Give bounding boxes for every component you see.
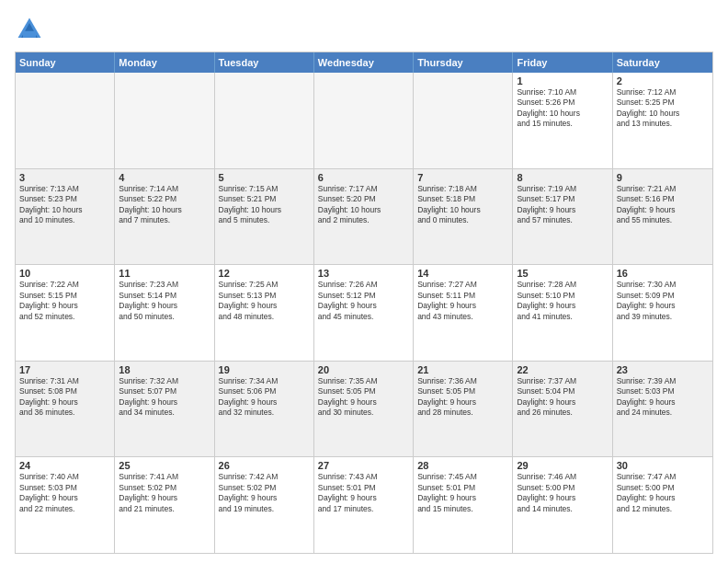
day-number: 17 [19, 364, 110, 375]
day-cell-29: 29Sunrise: 7:46 AM Sunset: 5:00 PM Dayli… [513, 457, 612, 553]
day-cell-20: 20Sunrise: 7:35 AM Sunset: 5:05 PM Dayli… [314, 362, 414, 457]
day-info: Sunrise: 7:41 AM Sunset: 5:02 PM Dayligh… [119, 472, 210, 514]
day-number: 20 [318, 364, 409, 375]
day-info: Sunrise: 7:22 AM Sunset: 5:15 PM Dayligh… [19, 280, 110, 322]
day-cell-1: 1Sunrise: 7:10 AM Sunset: 5:26 PM Daylig… [513, 73, 612, 168]
weekday-header-monday: Monday [115, 52, 214, 73]
day-info: Sunrise: 7:43 AM Sunset: 5:01 PM Dayligh… [318, 472, 409, 514]
day-number: 11 [119, 268, 210, 279]
day-info: Sunrise: 7:19 AM Sunset: 5:17 PM Dayligh… [517, 184, 608, 226]
calendar-row-1: 1Sunrise: 7:10 AM Sunset: 5:26 PM Daylig… [16, 73, 712, 168]
day-info: Sunrise: 7:25 AM Sunset: 5:13 PM Dayligh… [219, 280, 310, 322]
day-info: Sunrise: 7:45 AM Sunset: 5:01 PM Dayligh… [417, 472, 508, 514]
day-number: 5 [219, 172, 310, 183]
svg-rect-2 [23, 31, 36, 38]
day-info: Sunrise: 7:18 AM Sunset: 5:18 PM Dayligh… [417, 184, 508, 226]
logo-icon [15, 15, 44, 44]
day-info: Sunrise: 7:39 AM Sunset: 5:03 PM Dayligh… [617, 376, 709, 419]
day-cell-23: 23Sunrise: 7:39 AM Sunset: 5:03 PM Dayli… [613, 362, 712, 457]
day-info: Sunrise: 7:17 AM Sunset: 5:20 PM Dayligh… [318, 184, 409, 226]
day-number: 24 [19, 460, 110, 471]
day-cell-5: 5Sunrise: 7:15 AM Sunset: 5:21 PM Daylig… [215, 169, 314, 265]
day-info: Sunrise: 7:15 AM Sunset: 5:21 PM Dayligh… [219, 184, 310, 226]
day-cell-11: 11Sunrise: 7:23 AM Sunset: 5:14 PM Dayli… [115, 265, 214, 361]
calendar-row-3: 10Sunrise: 7:22 AM Sunset: 5:15 PM Dayli… [16, 264, 712, 361]
day-info: Sunrise: 7:28 AM Sunset: 5:10 PM Dayligh… [517, 280, 608, 322]
day-cell-2: 2Sunrise: 7:12 AM Sunset: 5:25 PM Daylig… [613, 73, 712, 168]
day-info: Sunrise: 7:21 AM Sunset: 5:16 PM Dayligh… [617, 184, 709, 226]
day-number: 18 [119, 364, 210, 375]
day-info: Sunrise: 7:35 AM Sunset: 5:05 PM Dayligh… [318, 376, 409, 419]
day-cell-22: 22Sunrise: 7:37 AM Sunset: 5:04 PM Dayli… [513, 362, 612, 457]
calendar: SundayMondayTuesdayWednesdayThursdayFrid… [15, 52, 713, 554]
empty-cell [115, 73, 214, 168]
empty-cell [215, 73, 314, 168]
empty-cell [414, 73, 513, 168]
day-cell-24: 24Sunrise: 7:40 AM Sunset: 5:03 PM Dayli… [16, 457, 115, 553]
weekday-header-saturday: Saturday [613, 52, 712, 73]
day-number: 9 [617, 172, 709, 183]
day-cell-25: 25Sunrise: 7:41 AM Sunset: 5:02 PM Dayli… [115, 457, 214, 553]
day-cell-16: 16Sunrise: 7:30 AM Sunset: 5:09 PM Dayli… [613, 265, 712, 361]
day-number: 19 [219, 364, 310, 375]
calendar-body: 1Sunrise: 7:10 AM Sunset: 5:26 PM Daylig… [16, 73, 712, 553]
day-cell-10: 10Sunrise: 7:22 AM Sunset: 5:15 PM Dayli… [16, 265, 115, 361]
day-number: 29 [517, 460, 608, 471]
day-info: Sunrise: 7:13 AM Sunset: 5:23 PM Dayligh… [19, 184, 110, 226]
day-number: 30 [617, 460, 709, 471]
logo [15, 15, 48, 44]
day-number: 21 [417, 364, 508, 375]
day-cell-14: 14Sunrise: 7:27 AM Sunset: 5:11 PM Dayli… [414, 265, 513, 361]
day-info: Sunrise: 7:47 AM Sunset: 5:00 PM Dayligh… [617, 472, 709, 514]
day-number: 1 [517, 75, 608, 86]
day-cell-21: 21Sunrise: 7:36 AM Sunset: 5:05 PM Dayli… [414, 362, 513, 457]
day-number: 28 [417, 460, 508, 471]
day-cell-28: 28Sunrise: 7:45 AM Sunset: 5:01 PM Dayli… [414, 457, 513, 553]
calendar-row-2: 3Sunrise: 7:13 AM Sunset: 5:23 PM Daylig… [16, 168, 712, 265]
day-info: Sunrise: 7:23 AM Sunset: 5:14 PM Dayligh… [119, 280, 210, 322]
day-number: 3 [19, 172, 110, 183]
day-cell-30: 30Sunrise: 7:47 AM Sunset: 5:00 PM Dayli… [613, 457, 712, 553]
day-info: Sunrise: 7:40 AM Sunset: 5:03 PM Dayligh… [19, 472, 110, 514]
header [15, 15, 713, 44]
day-number: 12 [219, 268, 310, 279]
weekday-header-friday: Friday [513, 52, 612, 73]
day-cell-17: 17Sunrise: 7:31 AM Sunset: 5:08 PM Dayli… [16, 362, 115, 457]
day-cell-18: 18Sunrise: 7:32 AM Sunset: 5:07 PM Dayli… [115, 362, 214, 457]
day-cell-27: 27Sunrise: 7:43 AM Sunset: 5:01 PM Dayli… [314, 457, 414, 553]
calendar-row-5: 24Sunrise: 7:40 AM Sunset: 5:03 PM Dayli… [16, 456, 712, 553]
day-info: Sunrise: 7:10 AM Sunset: 5:26 PM Dayligh… [517, 87, 608, 130]
weekday-header-sunday: Sunday [16, 52, 115, 73]
day-info: Sunrise: 7:36 AM Sunset: 5:05 PM Dayligh… [417, 376, 508, 419]
day-cell-3: 3Sunrise: 7:13 AM Sunset: 5:23 PM Daylig… [16, 169, 115, 265]
empty-cell [314, 73, 414, 168]
day-info: Sunrise: 7:42 AM Sunset: 5:02 PM Dayligh… [219, 472, 310, 514]
day-info: Sunrise: 7:32 AM Sunset: 5:07 PM Dayligh… [119, 376, 210, 419]
day-number: 22 [517, 364, 608, 375]
day-cell-8: 8Sunrise: 7:19 AM Sunset: 5:17 PM Daylig… [513, 169, 612, 265]
day-cell-9: 9Sunrise: 7:21 AM Sunset: 5:16 PM Daylig… [613, 169, 712, 265]
day-cell-13: 13Sunrise: 7:26 AM Sunset: 5:12 PM Dayli… [314, 265, 414, 361]
day-number: 7 [417, 172, 508, 183]
day-number: 10 [19, 268, 110, 279]
day-info: Sunrise: 7:31 AM Sunset: 5:08 PM Dayligh… [19, 376, 110, 419]
day-info: Sunrise: 7:37 AM Sunset: 5:04 PM Dayligh… [517, 376, 608, 419]
day-number: 25 [119, 460, 210, 471]
day-number: 2 [617, 75, 709, 86]
calendar-header: SundayMondayTuesdayWednesdayThursdayFrid… [16, 52, 712, 73]
day-number: 8 [517, 172, 608, 183]
day-cell-7: 7Sunrise: 7:18 AM Sunset: 5:18 PM Daylig… [414, 169, 513, 265]
weekday-header-tuesday: Tuesday [215, 52, 314, 73]
day-info: Sunrise: 7:27 AM Sunset: 5:11 PM Dayligh… [417, 280, 508, 322]
day-cell-26: 26Sunrise: 7:42 AM Sunset: 5:02 PM Dayli… [215, 457, 314, 553]
day-number: 6 [318, 172, 409, 183]
day-cell-19: 19Sunrise: 7:34 AM Sunset: 5:06 PM Dayli… [215, 362, 314, 457]
day-info: Sunrise: 7:30 AM Sunset: 5:09 PM Dayligh… [617, 280, 709, 322]
day-number: 13 [318, 268, 409, 279]
day-info: Sunrise: 7:34 AM Sunset: 5:06 PM Dayligh… [219, 376, 310, 419]
page: SundayMondayTuesdayWednesdayThursdayFrid… [0, 0, 728, 563]
day-number: 14 [417, 268, 508, 279]
day-info: Sunrise: 7:46 AM Sunset: 5:00 PM Dayligh… [517, 472, 608, 514]
empty-cell [16, 73, 115, 168]
day-cell-6: 6Sunrise: 7:17 AM Sunset: 5:20 PM Daylig… [314, 169, 414, 265]
